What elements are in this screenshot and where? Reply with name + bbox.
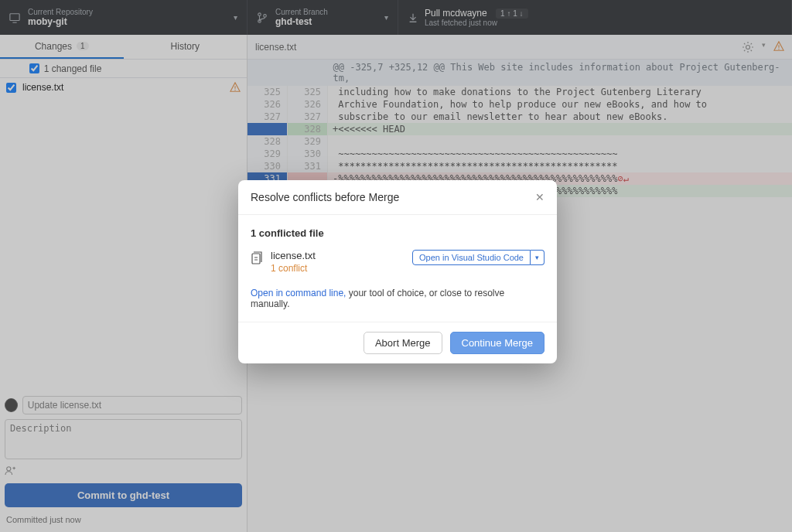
open-in-editor-dropdown[interactable]: ▾: [531, 250, 544, 265]
help-text: Open in command line, your tool of choic…: [251, 288, 544, 309]
modal-title: Resolve conflicts before Merge: [251, 191, 399, 203]
conflicted-file-name: license.txt: [271, 250, 316, 261]
close-icon[interactable]: ✕: [535, 191, 544, 203]
conflict-count: 1 conflict: [271, 263, 316, 274]
resolve-conflicts-modal: Resolve conflicts before Merge ✕ 1 confl…: [238, 180, 557, 363]
open-in-editor-button[interactable]: Open in Visual Studio Code: [412, 250, 531, 265]
abort-merge-button[interactable]: Abort Merge: [364, 332, 442, 354]
conflicted-file-row: license.txt 1 conflict Open in Visual St…: [251, 250, 544, 274]
open-command-line-link[interactable]: Open in command line,: [251, 288, 346, 298]
continue-merge-button[interactable]: Continue Merge: [450, 332, 545, 354]
file-diff-icon: [251, 251, 263, 265]
conflicted-count: 1 conflicted file: [251, 227, 544, 239]
svg-rect-11: [252, 254, 260, 264]
